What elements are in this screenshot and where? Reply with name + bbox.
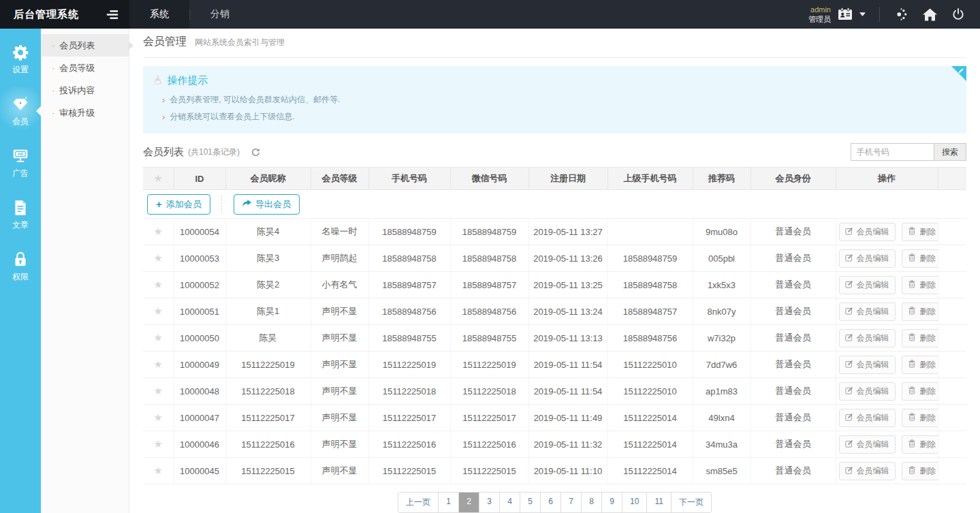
home-icon[interactable] bbox=[922, 7, 938, 22]
apps-cluster-icon[interactable] bbox=[894, 7, 908, 22]
cell-code: ap1m83 bbox=[693, 378, 750, 405]
pagination-page-6[interactable]: 6 bbox=[541, 493, 561, 512]
tab-distribution[interactable]: 分销 bbox=[190, 0, 250, 29]
edit-member-button[interactable]: 会员编辑 bbox=[839, 249, 896, 268]
cell-code: 1xk5x3 bbox=[693, 272, 750, 298]
sidebar-item-settings[interactable]: 设置 bbox=[0, 35, 41, 83]
pagination-page-1[interactable]: 1 bbox=[439, 493, 459, 512]
refresh-icon[interactable] bbox=[251, 147, 261, 157]
star-icon[interactable]: ★ bbox=[154, 438, 163, 450]
sidebar-item-permission[interactable]: 权限 bbox=[0, 243, 41, 290]
trash-icon bbox=[908, 360, 916, 370]
hamburger-icon[interactable] bbox=[106, 10, 118, 20]
column-header: ID bbox=[174, 168, 225, 190]
delete-member-button[interactable]: 删除 bbox=[902, 462, 938, 480]
table-row: ★1000004715112225017声明不显1511222501715112… bbox=[143, 405, 966, 431]
edit-member-button[interactable]: 会员编辑 bbox=[839, 276, 896, 294]
sidebar-submenu: · 会员列表 · 会员等级 · 投诉内容 · 审核升级 bbox=[41, 29, 129, 513]
pagination-page-4[interactable]: 4 bbox=[500, 493, 520, 512]
delete-member-button[interactable]: 删除 bbox=[902, 249, 938, 268]
submenu-item-upgrade-review[interactable]: · 审核升级 bbox=[41, 102, 129, 124]
pagination-page-5[interactable]: 5 bbox=[520, 493, 541, 512]
user-menu[interactable]: admin 管理员 bbox=[808, 5, 866, 25]
tips-collapse-corner[interactable] bbox=[951, 66, 966, 81]
delete-member-button[interactable]: 删除 bbox=[902, 329, 938, 347]
submenu-item-label: 会员等级 bbox=[59, 62, 95, 74]
edit-member-button[interactable]: 会员编辑 bbox=[839, 409, 896, 427]
cell-id: 10000054 bbox=[174, 219, 225, 245]
star-icon[interactable]: ★ bbox=[154, 332, 163, 343]
cell-code: 005pbl bbox=[693, 245, 750, 272]
cell-star: ★ bbox=[143, 458, 174, 484]
bullet-arrow-icon: › bbox=[162, 95, 165, 104]
pagination-page-9[interactable]: 9 bbox=[602, 493, 622, 512]
pagination-page-10[interactable]: 10 bbox=[622, 493, 647, 512]
delete-member-button[interactable]: 删除 bbox=[902, 223, 938, 241]
edit-member-button[interactable]: 会员编辑 bbox=[839, 223, 896, 241]
cell-star: ★ bbox=[143, 352, 174, 378]
cell-parent: 18588948756 bbox=[607, 325, 693, 352]
cell-id: 10000053 bbox=[174, 245, 225, 272]
pagination-next[interactable]: 下一页 bbox=[671, 493, 711, 512]
sidebar-item-ads[interactable]: AD 广告 bbox=[0, 139, 41, 187]
submenu-item-member-level[interactable]: · 会员等级 bbox=[41, 57, 129, 79]
tab-system[interactable]: 系统 bbox=[129, 0, 189, 29]
star-icon[interactable]: ★ bbox=[154, 358, 163, 370]
page-subtitle: 网站系统会员索引与管理 bbox=[195, 37, 285, 48]
star-icon[interactable]: ★ bbox=[154, 252, 163, 264]
star-icon[interactable]: ★ bbox=[154, 411, 163, 423]
power-icon[interactable] bbox=[951, 7, 965, 21]
edit-member-button[interactable]: 会员编辑 bbox=[839, 329, 896, 347]
edit-member-button[interactable]: 会员编辑 bbox=[839, 302, 896, 321]
delete-member-button[interactable]: 删除 bbox=[902, 409, 938, 427]
edit-member-button[interactable]: 会员编辑 bbox=[839, 435, 896, 454]
submenu-item-complaints[interactable]: · 投诉内容 bbox=[41, 79, 129, 102]
cell-parent: 15112225014 bbox=[607, 458, 693, 484]
export-member-button[interactable]: 导出会员 bbox=[234, 194, 300, 215]
pagination-page-8[interactable]: 8 bbox=[582, 493, 602, 512]
edit-icon bbox=[845, 333, 853, 343]
sidebar-item-article[interactable]: 文章 bbox=[0, 191, 41, 238]
submenu-item-member-list[interactable]: · 会员列表 bbox=[41, 34, 129, 57]
edit-member-button[interactable]: 会员编辑 bbox=[839, 382, 896, 401]
cell-code: 49lxn4 bbox=[693, 405, 750, 431]
sidebar-item-member[interactable]: 会员 bbox=[0, 87, 41, 135]
star-icon[interactable]: ★ bbox=[154, 385, 163, 397]
cell-filler bbox=[938, 431, 966, 458]
search-input[interactable] bbox=[851, 143, 934, 161]
cell-id: 10000046 bbox=[174, 431, 225, 458]
cell-level: 声明不显 bbox=[311, 431, 368, 458]
star-icon[interactable]: ★ bbox=[154, 465, 163, 476]
pagination-page-7[interactable]: 7 bbox=[561, 493, 582, 512]
cell-filler bbox=[938, 352, 966, 378]
cell-filler bbox=[938, 298, 966, 325]
delete-member-button[interactable]: 删除 bbox=[902, 356, 938, 374]
search-button[interactable]: 搜索 bbox=[934, 143, 966, 161]
edit-member-button[interactable]: 会员编辑 bbox=[839, 462, 896, 480]
add-member-button[interactable]: +添加会员 bbox=[147, 194, 210, 215]
star-icon[interactable]: ★ bbox=[154, 279, 163, 290]
delete-member-button[interactable]: 删除 bbox=[902, 302, 938, 321]
delete-member-button[interactable]: 删除 bbox=[902, 382, 938, 401]
star-icon[interactable]: ★ bbox=[154, 305, 163, 317]
delete-member-button[interactable]: 删除 bbox=[902, 276, 938, 294]
table-row: ★1000004515112225015声明不显1511222501515112… bbox=[143, 458, 966, 484]
user-text: admin 管理员 bbox=[808, 5, 831, 25]
cell-wechat: 15112225016 bbox=[450, 431, 528, 458]
cell-level: 声明不显 bbox=[311, 352, 368, 378]
cell-identity: 普通会员 bbox=[750, 245, 836, 272]
edit-icon bbox=[845, 386, 853, 397]
pagination-page-3[interactable]: 3 bbox=[479, 493, 500, 512]
edit-icon bbox=[845, 360, 853, 370]
cell-actions: 会员编辑 删除 bbox=[836, 325, 938, 352]
sidebar-item-label: 广告 bbox=[12, 168, 29, 179]
star-icon[interactable]: ★ bbox=[154, 226, 163, 237]
edit-member-button[interactable]: 会员编辑 bbox=[839, 356, 896, 374]
sidebar-item-label: 文章 bbox=[12, 219, 29, 231]
delete-member-button[interactable]: 删除 bbox=[902, 435, 938, 454]
cell-actions: 会员编辑 删除 bbox=[836, 245, 938, 272]
table-row: ★10000051陈昊1声明不显185889487561858894875620… bbox=[143, 298, 966, 325]
pagination-page-11[interactable]: 11 bbox=[647, 493, 671, 512]
pagination-prev[interactable]: 上一页 bbox=[398, 493, 439, 512]
pagination-page-2[interactable]: 2 bbox=[459, 493, 479, 512]
